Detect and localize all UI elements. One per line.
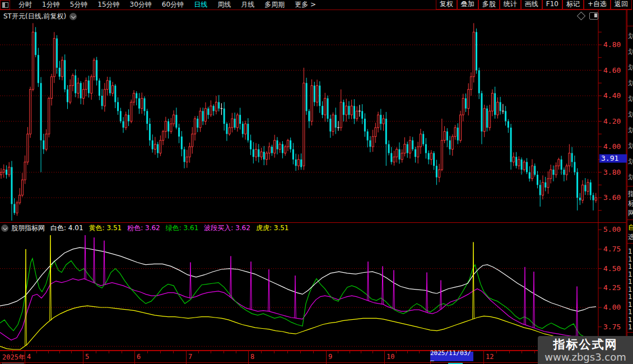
indicator-value-1: 黄色: 3.51: [89, 223, 122, 233]
x-axis-year-label: 2025年: [2, 353, 25, 362]
week-tick: [12, 351, 13, 353]
month-separator-6: [384, 351, 385, 362]
main-y-label-1: 4.60: [603, 66, 621, 74]
week-tick: [48, 351, 49, 353]
watermark-url: www.zbgs3.com: [544, 351, 626, 363]
strip-quote-digit-1: 1: [628, 255, 632, 263]
layout-toggle-button[interactable]: [0, 0, 10, 10]
strip-tab-char-1: 选: [628, 232, 633, 242]
buy-signal-spike-12: [440, 280, 442, 309]
panel-toggle-icon[interactable]: [589, 12, 598, 20]
strip-glyph-3: 划: [628, 78, 633, 88]
week-tick: [198, 351, 199, 353]
main-y-label-6: 3.60: [603, 193, 621, 202]
week-tick: [338, 351, 338, 353]
indicator-line-1: [0, 279, 596, 340]
period-item-10[interactable]: 更多 >: [290, 0, 321, 10]
month-separator-0: [25, 351, 25, 362]
main-y-label-5: 3.80: [603, 168, 621, 176]
toolbar-button-5[interactable]: F10: [542, 0, 562, 10]
diamond-icon[interactable]: [577, 12, 586, 21]
strip-tab-glyph-2: 网: [628, 208, 633, 218]
buy-signal-spike-4: [230, 256, 232, 297]
strip-glyph-6: 划: [628, 125, 633, 135]
toolbar-button-7[interactable]: +自选: [584, 0, 611, 10]
sub-y-label-0: 5.00: [603, 225, 621, 234]
week-tick: [71, 351, 72, 353]
period-item-4[interactable]: 30分钟: [125, 0, 157, 10]
week-tick: [396, 351, 397, 353]
period-item-7[interactable]: 周线: [212, 0, 236, 10]
split-window-icon: [2, 2, 8, 8]
toolbar-button-2[interactable]: 多股: [478, 0, 500, 10]
strip-tab-glyph-0: 指: [628, 189, 633, 199]
strip-glyph-2: 划: [628, 63, 633, 72]
period-item-3[interactable]: 15分钟: [92, 0, 124, 10]
week-tick: [534, 351, 535, 353]
period-item-1[interactable]: 1分钟: [37, 0, 65, 10]
period-item-9[interactable]: 多周期: [259, 0, 290, 10]
week-tick: [236, 351, 236, 353]
selected-date-tag: 2025/11/03/—: [430, 352, 473, 361]
yellow-spike-1: [50, 235, 52, 320]
week-tick: [407, 351, 408, 353]
indicator-value-4: 波段买入: 3.62: [204, 223, 250, 233]
week-tick: [509, 351, 510, 353]
toolbar-button-3[interactable]: 统计: [500, 0, 521, 10]
indicator-line-2: [0, 259, 596, 339]
buy-signal-spike-8: [367, 262, 369, 301]
sub-y-label-3: 4.25: [603, 283, 621, 292]
strip-divider: [627, 243, 633, 244]
indicator-chevron-icon[interactable]: [1, 225, 8, 232]
month-label-0: 4: [27, 353, 31, 361]
period-item-6[interactable]: 日线: [189, 0, 212, 10]
period-item-8[interactable]: 月线: [236, 0, 259, 10]
indicator-value-3: 绿色: 3.61: [166, 223, 199, 233]
month-separator-4: [248, 351, 249, 362]
week-tick: [361, 351, 361, 353]
strip-quote-digit-9: 1: [628, 316, 632, 324]
week-tick: [261, 351, 262, 353]
chevron-down-icon[interactable]: [69, 13, 77, 20]
top-toolbar: 分时1分钟5分钟15分钟30分钟60分钟日线周线月线多周期更多 > 复权叠加多股…: [0, 0, 632, 10]
indicator-value-0: 白色: 4.01: [50, 223, 83, 233]
period-item-5[interactable]: 60分钟: [157, 0, 189, 10]
period-item-0[interactable]: 分时: [13, 0, 37, 10]
strip-glyph-9: 划: [628, 172, 633, 182]
main-candlestick-chart[interactable]: 4.804.604.404.204.003.803.603.91: [0, 10, 633, 222]
buy-signal-spike-11: [426, 273, 428, 312]
month-separator-2: [134, 351, 135, 362]
strip-quote-digit-5: 1: [628, 286, 632, 293]
month-label-2: 6: [137, 353, 141, 361]
toolbar-button-4[interactable]: 画线: [521, 0, 542, 10]
toolbar-button-0[interactable]: 复权: [436, 0, 457, 10]
main-y-label-4: 4.00: [603, 142, 621, 151]
strip-quote-digit-4: 1: [628, 278, 632, 286]
toolbar-actions: 复权叠加多股统计画线F10标记+自选返回: [436, 0, 632, 10]
chart-title-row: ST开元(日线,前复权): [3, 11, 77, 21]
indicator-line-3: [0, 248, 596, 311]
strip-quote-digit-0: 1: [628, 248, 632, 255]
strip-tab-char-0: 自: [628, 223, 633, 232]
week-tick: [300, 351, 301, 353]
indicator-sub-chart[interactable]: 5.004.754.504.254.003.75: [0, 222, 633, 351]
week-tick: [373, 351, 373, 353]
main-y-label-0: 4.80: [603, 40, 621, 49]
week-tick: [173, 351, 174, 353]
strip-divider: [627, 332, 633, 333]
stock-title: ST开元(日线,前复权): [3, 12, 66, 21]
week-tick: [36, 351, 37, 353]
buy-signal-spike-9: [382, 266, 384, 304]
week-tick: [419, 351, 420, 353]
strip-divider: [627, 186, 633, 186]
watermark: 指标公式网 www.zbgs3.com: [538, 336, 633, 364]
toolbar-button-8[interactable]: 返回: [611, 0, 632, 10]
period-item-2[interactable]: 5分钟: [65, 0, 93, 10]
toolbar-button-6[interactable]: 标记: [562, 0, 584, 10]
toolbar-button-1[interactable]: 叠加: [457, 0, 478, 10]
main-y-label-3: 4.20: [603, 117, 621, 125]
right-side-strip[interactable]: 划划划划划划划划划划指标网自选11111111111: [627, 10, 633, 362]
week-tick: [522, 351, 522, 353]
week-tick: [96, 351, 96, 353]
yellow-spike-0: [25, 249, 27, 346]
